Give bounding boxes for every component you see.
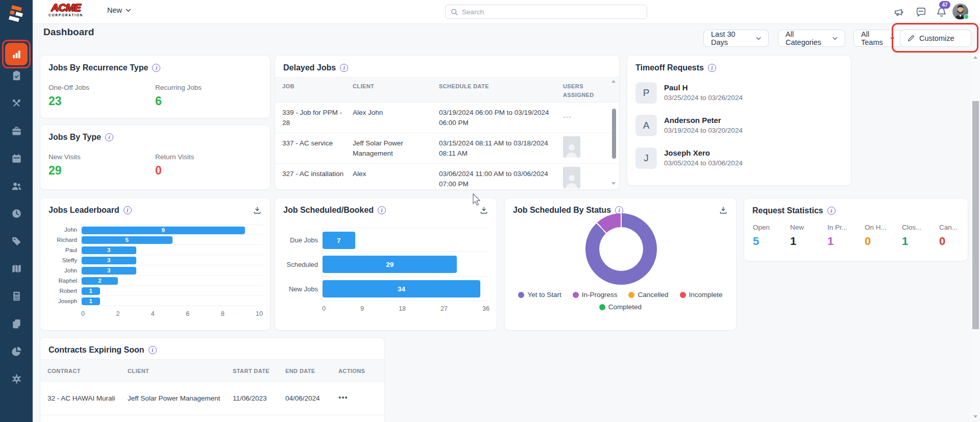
sidebar-item-clock[interactable] xyxy=(0,208,33,220)
info-icon[interactable]: i xyxy=(149,346,157,354)
stat-label: Return Visits xyxy=(155,153,262,161)
date-range-filter[interactable]: Last 30 Days xyxy=(703,30,769,47)
info-icon[interactable]: i xyxy=(378,206,386,214)
bar-value-label: 5 xyxy=(126,237,129,243)
request-stat-value: 1 xyxy=(902,235,926,248)
bar-value-label: 1 xyxy=(89,298,92,304)
table-scroll-up[interactable] xyxy=(611,80,616,83)
row-actions-button[interactable]: ••• xyxy=(338,392,348,403)
delayed-job-row[interactable]: 339 - Job for PPM - 28Alex John03/19/202… xyxy=(275,103,619,133)
sidebar-item-tools[interactable] xyxy=(0,98,33,110)
request-stat-label: In Pr... xyxy=(827,224,851,231)
tick-label: 8 xyxy=(221,310,225,317)
bar-category-label: John xyxy=(48,227,81,233)
search-input[interactable] xyxy=(462,8,642,16)
topbar: ACME CORPORATION New 47 xyxy=(33,0,980,24)
request-statistics-values: Open5New1In Pr...1On H...0Clos...1Can...… xyxy=(753,224,980,248)
table-scrollbar-thumb[interactable] xyxy=(612,109,616,159)
download-icon[interactable] xyxy=(479,206,488,217)
info-icon[interactable]: i xyxy=(827,207,836,215)
card-timeoff-requests: Timeoff Requestsi PPaul H03/25/2024 to 0… xyxy=(627,55,851,186)
new-menu-button[interactable]: New xyxy=(107,6,131,14)
megaphone-icon[interactable] xyxy=(892,5,906,19)
cell: 03/19/2024 06:00 PM to 03/19/2024 06:00 … xyxy=(439,108,557,128)
date-range-label: Last 30 Days xyxy=(711,30,751,46)
info-icon[interactable]: i xyxy=(124,206,132,214)
info-icon[interactable]: i xyxy=(105,133,113,141)
sidebar-item-tag[interactable] xyxy=(0,236,33,248)
bar-value-label: 34 xyxy=(398,285,405,293)
sidebar-item-dashboard[interactable] xyxy=(0,43,33,65)
card-title: Contracts Expiring Soon xyxy=(48,345,144,355)
page-scrollbar-thumb[interactable] xyxy=(972,101,979,329)
timeoff-text: Joseph Xero03/05/2024 to 03/06/2024 xyxy=(664,147,743,169)
stat-value: 0 xyxy=(155,164,262,178)
info-icon[interactable]: i xyxy=(340,64,348,72)
column-header: SCHEDULE DATE xyxy=(439,82,557,91)
bar: 5 xyxy=(82,236,173,244)
tick-label: 10 xyxy=(256,310,263,317)
card-jobs-by-recurrence-type: Jobs By Recurrence Typei One-Off Jobs23R… xyxy=(40,55,271,118)
tick-label: 36 xyxy=(482,305,489,312)
chat-icon[interactable] xyxy=(914,5,928,19)
assigned-users-empty: --- xyxy=(563,112,607,122)
sidebar-item-calendar[interactable] xyxy=(0,153,33,165)
cell: 32 - AC HAWAI Murali xyxy=(47,393,124,404)
settings-icon xyxy=(11,373,22,387)
search-icon xyxy=(451,8,458,16)
cell: Jeff Solar Power Management xyxy=(128,393,230,404)
donut-legend-row-1: Yet to StartIn-ProgressCancelledIncomple… xyxy=(505,291,736,299)
stat-label: Recurring Jobs xyxy=(155,84,262,91)
category-filter[interactable]: All Categories xyxy=(778,30,845,47)
info-icon[interactable]: i xyxy=(152,64,160,72)
card-title: Timeoff Requests xyxy=(635,63,704,72)
download-icon[interactable] xyxy=(253,206,262,217)
delayed-job-row[interactable]: 337 - AC serviceJeff Solar Power Managem… xyxy=(275,133,619,164)
table-scroll-down[interactable] xyxy=(611,182,616,185)
sidebar-item-tasks[interactable] xyxy=(0,70,33,83)
online-status-dot xyxy=(964,14,969,19)
contract-row[interactable]: 32 - AC HAWAI MuraliJeff Solar Power Man… xyxy=(40,382,384,415)
cell: 339 - Job for PPM - 28 xyxy=(282,108,348,128)
jobs-type-stat-1: Return Visits0 xyxy=(155,153,262,178)
page-scroll-up[interactable] xyxy=(973,56,977,59)
card-job-scheduled-booked: Job Scheduled/Bookedi Due Jobs7Scheduled… xyxy=(275,197,497,331)
customize-button[interactable]: Customize xyxy=(900,30,971,47)
sidebar-item-briefcase[interactable] xyxy=(0,126,33,138)
card-delayed-jobs: Delayed Jobsi JOBCLIENTSCHEDULE DATEUSER… xyxy=(275,55,620,190)
chevron-down-icon xyxy=(126,9,131,12)
cell: 03/15/2024 08:11 AM to 03/18/2024 08:11 … xyxy=(439,138,557,158)
card-job-scheduled-by-status: Job Scheduled By Statusi Yet to StartIn-… xyxy=(504,197,737,331)
bar-value-label: 3 xyxy=(107,257,110,263)
page-scroll-down[interactable] xyxy=(973,415,977,418)
sidebar-item-calculator[interactable] xyxy=(0,291,33,303)
card-title: Jobs By Type xyxy=(48,133,101,142)
legend-dot xyxy=(599,304,605,310)
pie-chart-icon xyxy=(11,345,22,359)
legend-label: Completed xyxy=(608,303,642,311)
timeoff-entry[interactable]: AAnderson Peter03/19/2024 to 03/20/2024 xyxy=(635,115,743,136)
legend-label: Cancelled xyxy=(638,291,668,299)
sidebar-item-map[interactable] xyxy=(0,263,33,276)
bar: 9 xyxy=(82,227,245,234)
tick-label: 27 xyxy=(440,305,448,312)
dashboard-icon xyxy=(5,43,28,65)
timeoff-entry[interactable]: PPaul H03/25/2024 to 03/26/2024 xyxy=(635,82,743,104)
sidebar-item-settings[interactable] xyxy=(0,374,33,386)
bar-row: Paul3 xyxy=(48,245,263,255)
column-header: ACTIONS xyxy=(338,367,374,376)
bar-category-label: Richard xyxy=(48,237,81,243)
sidebar-item-pie-chart[interactable] xyxy=(0,346,33,358)
sidebar-item-users[interactable] xyxy=(0,181,33,193)
stat-value: 23 xyxy=(48,94,155,108)
info-icon[interactable]: i xyxy=(708,64,716,72)
team-filter[interactable]: All Teams xyxy=(853,30,902,47)
card-title: Jobs By Recurrence Type xyxy=(48,63,148,72)
timeoff-entry[interactable]: JJoseph Xero03/05/2024 to 03/06/2024 xyxy=(635,147,743,169)
bar-category-label: Joseph xyxy=(48,298,81,304)
download-icon[interactable] xyxy=(719,206,728,217)
delayed-job-row[interactable]: 327 - AC installationAlex03/06/2024 11:0… xyxy=(275,164,619,190)
tasks-icon xyxy=(11,70,22,84)
sidebar-item-documents[interactable] xyxy=(0,318,33,331)
donut-legend-row-2: Completed xyxy=(505,303,736,311)
